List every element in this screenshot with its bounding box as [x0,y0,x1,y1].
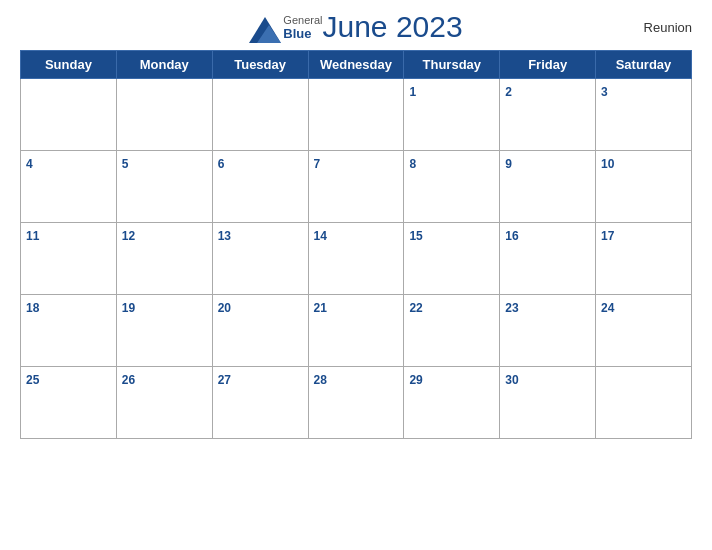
calendar-table: SundayMondayTuesdayWednesdayThursdayFrid… [20,50,692,439]
logo: General Blue [249,14,322,41]
weekday-header-saturday: Saturday [596,51,692,79]
day-number: 7 [314,157,321,171]
day-number: 25 [26,373,39,387]
day-number: 10 [601,157,614,171]
weekday-header-friday: Friday [500,51,596,79]
week-row-4: 18192021222324 [21,295,692,367]
day-cell-24: 24 [596,295,692,367]
logo-icon [249,17,279,37]
day-number: 3 [601,85,608,99]
day-number: 21 [314,301,327,315]
day-cell-18: 18 [21,295,117,367]
week-row-5: 252627282930 [21,367,692,439]
day-cell-1: 1 [404,79,500,151]
day-number: 30 [505,373,518,387]
day-cell-10: 10 [596,151,692,223]
week-row-3: 11121314151617 [21,223,692,295]
day-number: 12 [122,229,135,243]
day-number: 27 [218,373,231,387]
day-cell-11: 11 [21,223,117,295]
empty-cell [596,367,692,439]
day-cell-27: 27 [212,367,308,439]
empty-cell [308,79,404,151]
day-cell-5: 5 [116,151,212,223]
day-cell-6: 6 [212,151,308,223]
day-cell-16: 16 [500,223,596,295]
day-number: 26 [122,373,135,387]
day-cell-19: 19 [116,295,212,367]
day-number: 13 [218,229,231,243]
day-cell-25: 25 [21,367,117,439]
weekday-header-thursday: Thursday [404,51,500,79]
week-row-2: 45678910 [21,151,692,223]
empty-cell [212,79,308,151]
day-cell-17: 17 [596,223,692,295]
day-cell-26: 26 [116,367,212,439]
day-cell-3: 3 [596,79,692,151]
day-cell-28: 28 [308,367,404,439]
day-cell-15: 15 [404,223,500,295]
day-number: 2 [505,85,512,99]
weekday-header-wednesday: Wednesday [308,51,404,79]
day-number: 29 [409,373,422,387]
day-cell-4: 4 [21,151,117,223]
day-number: 6 [218,157,225,171]
day-cell-7: 7 [308,151,404,223]
weekday-header-sunday: Sunday [21,51,117,79]
week-row-1: 123 [21,79,692,151]
day-cell-21: 21 [308,295,404,367]
day-number: 1 [409,85,416,99]
calendar-header: General Blue June 2023 Reunion [20,10,692,44]
day-number: 20 [218,301,231,315]
day-cell-14: 14 [308,223,404,295]
region-label: Reunion [644,20,692,35]
day-cell-9: 9 [500,151,596,223]
day-number: 23 [505,301,518,315]
day-cell-13: 13 [212,223,308,295]
day-cell-20: 20 [212,295,308,367]
day-cell-2: 2 [500,79,596,151]
calendar-title: June 2023 [323,10,463,44]
day-number: 9 [505,157,512,171]
day-number: 14 [314,229,327,243]
day-number: 18 [26,301,39,315]
logo-general: General [283,14,322,26]
day-number: 19 [122,301,135,315]
weekday-header-tuesday: Tuesday [212,51,308,79]
logo-text: General Blue [283,14,322,41]
day-number: 8 [409,157,416,171]
day-number: 22 [409,301,422,315]
day-number: 5 [122,157,129,171]
day-cell-22: 22 [404,295,500,367]
day-cell-30: 30 [500,367,596,439]
day-cell-29: 29 [404,367,500,439]
day-cell-8: 8 [404,151,500,223]
empty-cell [21,79,117,151]
day-number: 28 [314,373,327,387]
day-number: 16 [505,229,518,243]
day-number: 4 [26,157,33,171]
day-number: 11 [26,229,39,243]
logo-blue: Blue [283,26,322,41]
day-number: 17 [601,229,614,243]
weekday-header-monday: Monday [116,51,212,79]
day-number: 24 [601,301,614,315]
day-number: 15 [409,229,422,243]
day-cell-23: 23 [500,295,596,367]
day-cell-12: 12 [116,223,212,295]
weekday-header-row: SundayMondayTuesdayWednesdayThursdayFrid… [21,51,692,79]
empty-cell [116,79,212,151]
